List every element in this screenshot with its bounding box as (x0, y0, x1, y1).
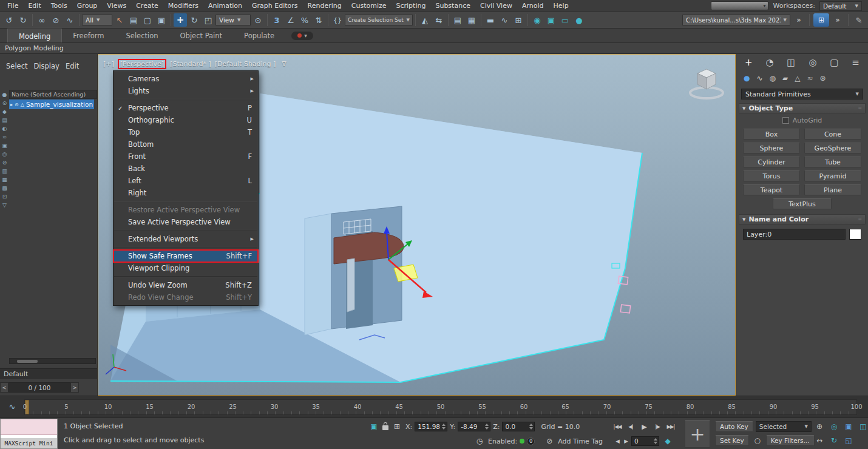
unlink-selection-button[interactable]: ⊘ (49, 13, 63, 27)
mirror-button[interactable]: ◭ (418, 13, 432, 27)
align-button[interactable]: ⇆ (432, 13, 446, 27)
menu-item-extended-viewports[interactable]: Extended Viewports▶ (114, 233, 258, 245)
explorer-item-sample-visualization[interactable]: ▸ ⊙ △ Sample_visualization (9, 100, 94, 109)
bind-to-spacewarp-button[interactable]: ∿ (63, 13, 76, 27)
category-geometry-icon[interactable]: ● (744, 74, 750, 83)
key-step-forward-button[interactable]: ▶ (623, 436, 629, 447)
menu-graph-editors[interactable]: Graph Editors (247, 0, 303, 12)
desk-panel[interactable] (347, 258, 354, 312)
set-key-mode-icon[interactable]: ○ (751, 435, 764, 446)
explorer-menu-select[interactable]: Select (6, 62, 32, 70)
reference-coordinate-dropdown[interactable]: View▼ (215, 15, 251, 25)
named-selection-set-combobox[interactable]: Create Selection Set▼ (345, 15, 413, 25)
maximize-viewport-icon[interactable]: ◱ (843, 435, 855, 446)
viewport-shading-menu[interactable]: [Default Shading ] (215, 60, 276, 68)
next-frame-button[interactable]: |▶ (652, 421, 663, 432)
textplus-button[interactable]: TextPlus (773, 198, 832, 209)
use-pivot-center-button[interactable]: ⊙ (251, 13, 265, 27)
category-spacewarps-icon[interactable]: ≈ (807, 74, 813, 83)
explorer-menu-edit[interactable]: Edit (66, 62, 84, 70)
category-lights-icon[interactable]: ◍ (770, 74, 776, 83)
geosphere-button[interactable]: GeoSphere (804, 143, 861, 154)
explorer-filter-icon-2[interactable]: ◆ (2, 109, 7, 115)
current-frame-field[interactable]: 0 (631, 436, 659, 446)
select-and-move-button[interactable]: + (174, 13, 187, 27)
ribbon-config-button[interactable]: ▼ (291, 32, 313, 40)
explorer-filter-icon-3[interactable]: ▤ (2, 117, 7, 123)
menu-item-cameras[interactable]: Cameras▶ (114, 73, 258, 85)
key-mode-toggle-icon[interactable]: ◆ (662, 436, 674, 447)
autogrid-checkbox[interactable] (782, 117, 789, 124)
spinner-snap-button[interactable]: ⇅ (312, 13, 325, 27)
explorer-filter-icon-7[interactable]: ◎ (2, 151, 7, 157)
menu-modifiers[interactable]: Modifiers (163, 0, 203, 12)
menu-animation[interactable]: Animation (203, 0, 247, 12)
rollout-name-and-color[interactable]: ▼ Name and Color ≡ (739, 214, 866, 224)
explorer-filter-icon-12[interactable]: ⊡ (2, 194, 7, 200)
ribbon-tab-object-paint[interactable]: Object Paint (169, 29, 234, 42)
add-animation-layer-button[interactable]: + (685, 420, 710, 448)
tab-display[interactable]: ▢ (830, 57, 838, 68)
menu-item-undo-view-zoom[interactable]: Undo View ZoomShift+Z (114, 279, 258, 291)
inner-partition[interactable] (305, 214, 331, 335)
material-editor-button[interactable]: ◉ (531, 13, 544, 27)
spinner-icon[interactable] (442, 424, 446, 430)
isolate-selection-icon[interactable]: ▣ (368, 421, 380, 432)
selection-set-key-dropdown[interactable]: Selected▼ (756, 421, 812, 432)
menu-civil-view[interactable]: Civil View (475, 0, 517, 12)
tube-button[interactable]: Tube (804, 157, 861, 167)
menu-item-lights[interactable]: Lights▶ (114, 85, 258, 97)
menu-item-back[interactable]: Back (114, 163, 258, 175)
menu-scripting[interactable]: Scripting (392, 0, 431, 12)
window-crossing-toggle[interactable]: ▣ (155, 13, 168, 27)
menu-substance[interactable]: Substance (430, 0, 475, 12)
viewport-pov-menu[interactable]: [Perspective] (120, 60, 164, 68)
menu-item-show-safe-frames[interactable]: Show Safe FramesShift+F (114, 250, 258, 262)
menu-help[interactable]: Help (549, 0, 574, 12)
object-color-swatch[interactable] (849, 229, 861, 240)
angle-snap-button[interactable]: ∠ (284, 13, 297, 27)
absolute-mode-icon[interactable]: ⊞ (391, 421, 403, 432)
torus-button[interactable]: Torus (743, 170, 800, 181)
menu-edit[interactable]: Edit (23, 0, 46, 12)
pink-marker-2[interactable] (620, 305, 630, 313)
mini-curve-editor-button[interactable]: ∿ (0, 402, 24, 411)
explorer-menu-display[interactable]: Display (33, 62, 64, 70)
select-object-button[interactable]: ↖ (113, 13, 126, 27)
viewport-general-menu[interactable]: [+] (103, 60, 114, 68)
explorer-filter-icon-11[interactable]: ▩ (2, 185, 7, 191)
explorer-filter-icon-5[interactable]: ≈ (2, 134, 7, 140)
undo-button[interactable]: ↺ (2, 13, 16, 27)
play-button[interactable]: ▶ (639, 421, 649, 432)
render-preset-button[interactable]: ⊞ (813, 13, 829, 27)
spinner-icon[interactable] (529, 424, 533, 430)
cone-button[interactable]: Cone (804, 129, 861, 140)
selection-filter-dropdown[interactable]: All▼ (82, 15, 112, 25)
timeline-ruler[interactable]: 0510152025303540455055606570758085909510… (24, 399, 857, 415)
scrollbar-thumb[interactable] (17, 360, 38, 363)
expander-icon[interactable]: ▸ (10, 102, 13, 107)
spinner-icon[interactable] (654, 438, 657, 444)
plane-button[interactable]: Plane (804, 184, 861, 195)
render-setup-button[interactable]: ▣ (544, 13, 558, 27)
category-helpers-icon[interactable]: △ (795, 74, 800, 83)
menu-item-top[interactable]: TopT (114, 126, 258, 138)
sphere-button[interactable]: Sphere (743, 143, 800, 154)
viewport-renderer-menu[interactable]: [Standard* ] (170, 60, 211, 68)
visibility-eye-icon[interactable]: ⊙ (15, 102, 19, 107)
set-key-button[interactable]: Set Key (715, 435, 749, 446)
redo-button[interactable]: ↻ (16, 13, 30, 27)
menu-item-save-active-perspective-view[interactable]: Save Active Perspective View (114, 216, 258, 228)
explorer-filter-icon-10[interactable]: ▦ (2, 177, 7, 183)
workspace-dropdown[interactable]: Default▼ (819, 1, 862, 11)
macro-recorder-field[interactable] (1, 419, 57, 435)
frame-next-button[interactable]: > (70, 382, 79, 393)
toolbar-overflow-chevron-2[interactable]: » (831, 13, 844, 27)
menu-views[interactable]: Views (102, 0, 131, 12)
primitive-category-dropdown[interactable]: Standard Primitives ▼ (741, 89, 863, 100)
tab-create[interactable]: + (745, 57, 753, 68)
tab-hierarchy[interactable]: ◫ (787, 57, 795, 68)
toggle-layer-explorer-button[interactable]: ▦ (465, 13, 478, 27)
pan-icon[interactable]: ↔ (813, 435, 826, 446)
tab-modify[interactable]: ◔ (765, 57, 773, 68)
